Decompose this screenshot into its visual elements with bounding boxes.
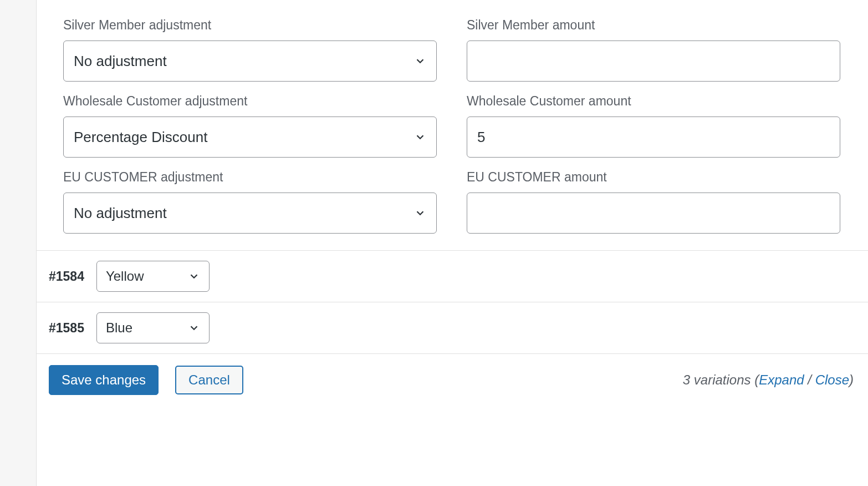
wholesale-adjustment-value: Percentage Discount — [74, 129, 414, 146]
separator: / — [804, 372, 815, 387]
eu-row: EU CUSTOMER adjustment No adjustment EU … — [63, 170, 840, 234]
silver-amount-col: Silver Member amount — [467, 18, 840, 82]
variation-list: #1584 Yellow #1585 Blue — [37, 250, 868, 354]
variation-summary: 3 variations (Expand / Close) — [683, 372, 854, 388]
wholesale-row: Wholesale Customer adjustment Percentage… — [63, 94, 840, 158]
chevron-down-icon — [414, 131, 426, 143]
chevron-down-icon — [414, 207, 426, 219]
variation-color-select[interactable]: Blue — [96, 312, 210, 343]
silver-adjustment-value: No adjustment — [74, 53, 414, 70]
eu-adjustment-col: EU CUSTOMER adjustment No adjustment — [63, 170, 437, 234]
wholesale-amount-col: Wholesale Customer amount — [467, 94, 840, 158]
left-gutter — [0, 0, 37, 486]
eu-adjustment-label: EU CUSTOMER adjustment — [63, 170, 437, 185]
wholesale-adjustment-col: Wholesale Customer adjustment Percentage… — [63, 94, 437, 158]
paren: ) — [849, 372, 854, 387]
wholesale-adjustment-select[interactable]: Percentage Discount — [63, 117, 437, 158]
variation-id: #1585 — [49, 321, 84, 336]
save-button[interactable]: Save changes — [49, 365, 159, 395]
silver-amount-input[interactable] — [467, 40, 840, 82]
silver-row: Silver Member adjustment No adjustment S… — [63, 18, 840, 82]
eu-adjustment-select[interactable]: No adjustment — [63, 193, 437, 234]
chevron-down-icon — [188, 322, 200, 334]
variation-color-value: Blue — [106, 320, 188, 336]
silver-adjustment-select[interactable]: No adjustment — [63, 40, 437, 82]
eu-adjustment-value: No adjustment — [74, 205, 414, 222]
cancel-button[interactable]: Cancel — [175, 366, 243, 394]
wholesale-adjustment-label: Wholesale Customer adjustment — [63, 94, 437, 109]
variation-id: #1584 — [49, 269, 84, 284]
close-link[interactable]: Close — [815, 372, 849, 387]
eu-amount-col: EU CUSTOMER amount — [467, 170, 840, 234]
variation-color-select[interactable]: Yellow — [96, 261, 210, 292]
chevron-down-icon — [188, 270, 200, 282]
variation-row[interactable]: #1585 Blue — [37, 302, 868, 354]
eu-amount-label: EU CUSTOMER amount — [467, 170, 840, 185]
variation-color-value: Yellow — [106, 269, 188, 284]
eu-amount-input[interactable] — [467, 193, 840, 234]
main-content: Silver Member adjustment No adjustment S… — [37, 0, 868, 486]
wholesale-amount-input[interactable] — [467, 117, 840, 158]
page-root: Silver Member adjustment No adjustment S… — [0, 0, 868, 486]
expand-link[interactable]: Expand — [759, 372, 804, 387]
role-pricing-fields: Silver Member adjustment No adjustment S… — [37, 0, 868, 250]
silver-amount-label: Silver Member amount — [467, 18, 840, 33]
footer-bar: Save changes Cancel 3 variations (Expand… — [37, 354, 868, 395]
chevron-down-icon — [414, 55, 426, 67]
silver-adjustment-label: Silver Member adjustment — [63, 18, 437, 33]
variation-count: 3 variations — [683, 372, 751, 387]
variation-row[interactable]: #1584 Yellow — [37, 250, 868, 302]
wholesale-amount-label: Wholesale Customer amount — [467, 94, 840, 109]
silver-adjustment-col: Silver Member adjustment No adjustment — [63, 18, 437, 82]
